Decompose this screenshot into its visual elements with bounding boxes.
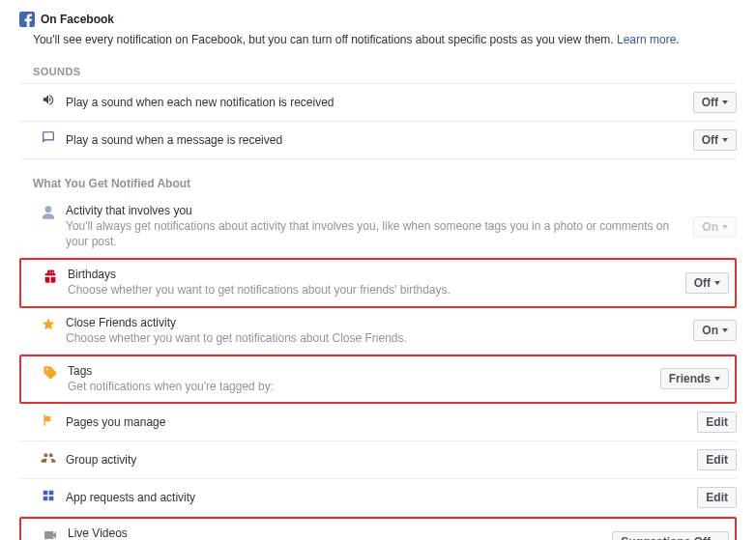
intro-text: You'll see every notification on Faceboo…	[33, 33, 737, 46]
live-dropdown[interactable]: Suggestions Off	[612, 531, 729, 540]
apps-title: App requests and activity	[66, 491, 687, 504]
activity-toggle: On	[693, 216, 737, 238]
toggle-label: Off	[702, 133, 718, 147]
close-friends-title: Close Friends activity	[66, 316, 683, 329]
sounds-section-label: SOUNDS	[19, 60, 737, 84]
star-icon	[39, 316, 58, 332]
tags-highlight: Tags Get notifications when you're tagge…	[19, 355, 737, 404]
sound-notification-toggle[interactable]: Off	[693, 92, 737, 113]
facebook-icon	[19, 12, 35, 27]
page-title: On Facebook	[41, 13, 114, 26]
message-icon	[39, 129, 58, 144]
groups-title: Group activity	[66, 453, 687, 467]
notify-section-label: What You Get Notified About	[19, 159, 737, 196]
apps-icon	[39, 487, 58, 503]
activity-row: Activity that involves you You'll always…	[19, 196, 737, 258]
caret-down-icon	[722, 100, 728, 104]
speaker-icon	[39, 92, 58, 106]
button-label: Edit	[706, 453, 728, 467]
sound-notification-title: Play a sound when each new notification …	[66, 96, 683, 109]
sound-message-row: Play a sound when a message is received …	[19, 122, 737, 159]
toggle-label: Off	[702, 96, 718, 109]
toggle-label: On	[702, 220, 718, 234]
video-icon	[41, 526, 60, 540]
caret-down-icon	[714, 377, 720, 381]
close-friends-row: Close Friends activity Choose whether yo…	[19, 308, 737, 355]
flag-icon	[39, 412, 58, 428]
pages-edit-button[interactable]: Edit	[697, 412, 737, 433]
activity-desc: You'll always get notifications about ac…	[66, 218, 683, 249]
pages-title: Pages you manage	[66, 415, 687, 429]
close-friends-toggle[interactable]: On	[693, 320, 737, 341]
tags-dropdown[interactable]: Friends	[660, 368, 729, 389]
caret-down-icon	[714, 281, 720, 285]
caret-down-icon	[722, 225, 728, 229]
dropdown-label: Friends	[669, 372, 711, 385]
tag-icon	[41, 364, 60, 381]
person-icon	[39, 204, 58, 220]
toggle-label: Off	[694, 276, 711, 290]
dropdown-label: Suggestions Off	[621, 535, 711, 540]
button-label: Edit	[706, 491, 728, 504]
caret-down-icon	[722, 328, 728, 332]
groups-edit-button[interactable]: Edit	[697, 449, 737, 470]
birthdays-row: Birthdays Choose whether you want to get…	[21, 262, 735, 303]
apps-row: App requests and activity Edit	[19, 479, 737, 517]
live-row: Live Videos Choose if you want to receiv…	[21, 521, 735, 540]
apps-edit-button[interactable]: Edit	[697, 487, 737, 508]
button-label: Edit	[706, 415, 728, 429]
birthdays-title: Birthdays	[68, 268, 676, 281]
intro-text-content: You'll see every notification on Faceboo…	[33, 33, 617, 46]
group-icon	[39, 449, 58, 466]
live-highlight: Live Videos Choose if you want to receiv…	[19, 517, 737, 540]
sound-notification-row: Play a sound when each new notification …	[19, 84, 737, 122]
caret-down-icon	[722, 138, 728, 142]
birthdays-desc: Choose whether you want to get notificat…	[68, 282, 676, 298]
groups-row: Group activity Edit	[19, 441, 737, 479]
pages-row: Pages you manage Edit	[19, 404, 737, 441]
toggle-label: On	[702, 324, 718, 337]
tags-desc: Get notifications when you're tagged by:	[68, 379, 651, 394]
birthdays-toggle[interactable]: Off	[685, 272, 729, 294]
close-friends-desc: Choose whether you want to get notificat…	[66, 330, 683, 346]
activity-title: Activity that involves you	[66, 204, 683, 217]
sound-message-toggle[interactable]: Off	[693, 129, 737, 151]
live-title: Live Videos	[68, 526, 602, 540]
tags-row: Tags Get notifications when you're tagge…	[21, 358, 735, 400]
learn-more-link[interactable]: Learn more	[617, 33, 676, 46]
sound-message-title: Play a sound when a message is received	[66, 133, 683, 147]
birthdays-highlight: Birthdays Choose whether you want to get…	[19, 258, 737, 307]
gift-icon	[41, 268, 60, 284]
tags-title: Tags	[68, 364, 651, 378]
